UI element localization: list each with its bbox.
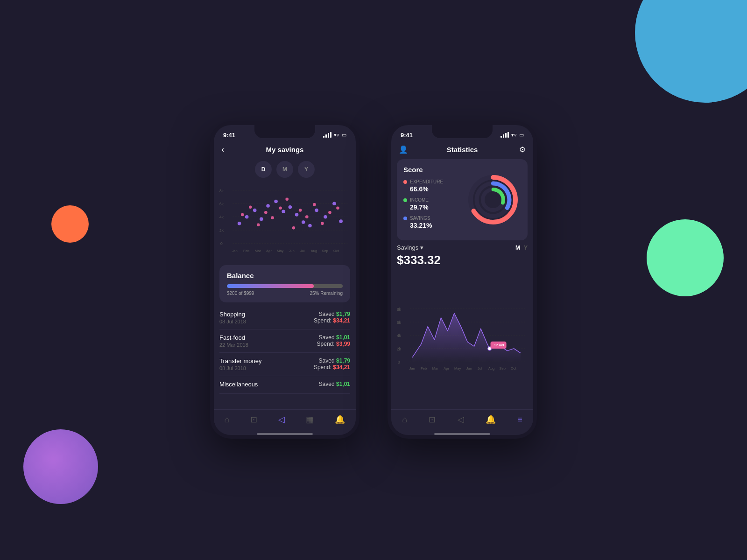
period-tab-d[interactable]: D xyxy=(255,161,272,178)
svg-point-44 xyxy=(305,215,309,218)
txn-left-0: Shopping 08 Jul 2018 xyxy=(219,311,246,324)
svg-point-25 xyxy=(274,200,278,203)
nav-wallet-1[interactable]: ⊡ xyxy=(250,414,257,425)
txn-saved-2: Saved $1,79 xyxy=(314,357,350,364)
svg-point-47 xyxy=(328,211,331,214)
txn-right-3: Saved $1,01 xyxy=(319,381,350,387)
svg-text:Mar: Mar xyxy=(432,366,438,371)
txn-name-2: Transfer money xyxy=(219,357,262,364)
transaction-item-3[interactable]: Miscellaneous Saved $1,01 xyxy=(219,376,350,394)
nav-bell-2[interactable]: 🔔 xyxy=(486,414,496,425)
user-icon[interactable]: 👤 xyxy=(399,145,408,154)
svg-text:0: 0 xyxy=(398,360,400,364)
home-indicator-1 xyxy=(257,433,313,435)
score-title: Score xyxy=(403,166,459,174)
svg-text:Jul: Jul xyxy=(300,249,305,253)
legend-income: INCOME 29.7% xyxy=(403,197,459,211)
phone-savings: 9:41 ▾▿ ▭ ‹ My savings xyxy=(210,121,359,439)
donut-svg xyxy=(465,172,521,228)
txn-name-1: Fast-food xyxy=(219,334,248,341)
nav-send-2[interactable]: ◁ xyxy=(458,414,464,425)
svg-point-24 xyxy=(266,204,270,208)
svg-point-39 xyxy=(271,216,274,219)
svg-text:Jun: Jun xyxy=(466,366,472,371)
expenditure-value: 66.6% xyxy=(403,185,459,193)
svg-text:2k: 2k xyxy=(397,347,402,351)
nav-home-2[interactable]: ⌂ xyxy=(402,415,407,425)
nav-bell-1[interactable]: 🔔 xyxy=(335,414,345,425)
transaction-item-1[interactable]: Fast-food 22 Mar 2018 Saved $1,01 Spend:… xyxy=(219,329,350,353)
transactions-list: Shopping 08 Jul 2018 Saved $1,79 Spend: … xyxy=(214,304,356,409)
period-tab-y[interactable]: Y xyxy=(298,161,315,178)
txn-saved-val-3: $1,01 xyxy=(336,381,350,387)
txn-right-2: Saved $1,79 Spend: $34,21 xyxy=(314,357,350,371)
svg-text:Jan: Jan xyxy=(232,249,237,253)
svg-point-41 xyxy=(285,198,289,201)
txn-name-3: Miscellaneous xyxy=(219,381,258,388)
nav-stats-1[interactable]: ▦ xyxy=(306,414,314,425)
balance-info: $200 of $999 25% Remaining xyxy=(227,291,343,296)
svg-text:Aug: Aug xyxy=(311,249,317,253)
svg-point-20 xyxy=(238,222,241,225)
txn-spend-0: Spend: $34,21 xyxy=(314,317,350,324)
savings-value: 33.21% xyxy=(403,222,459,229)
svg-point-22 xyxy=(253,209,257,212)
svg-point-48 xyxy=(336,206,339,210)
status-time-1: 9:41 xyxy=(223,132,235,139)
nav-wallet-2[interactable]: ⊡ xyxy=(429,414,436,425)
scatter-chart-svg: 8k 6k 4k 2k 0 Jan Feb Mar Apr May Jun Ju… xyxy=(219,183,350,261)
balance-remaining: 25% Remaining xyxy=(310,291,343,296)
svg-point-23 xyxy=(260,217,263,221)
svg-text:Feb: Feb xyxy=(243,249,249,253)
txn-left-3: Miscellaneous xyxy=(219,381,258,389)
balance-spent: $200 of $999 xyxy=(227,291,254,296)
savings-dropdown[interactable]: Savings ▾ xyxy=(397,244,423,251)
svg-point-31 xyxy=(315,209,318,212)
savings-tab-m[interactable]: M xyxy=(515,245,520,251)
nav-send-1[interactable]: ◁ xyxy=(278,414,285,425)
battery-icon-2: ▭ xyxy=(519,132,524,138)
txn-saved-val-1: $1,01 xyxy=(336,334,350,341)
svg-text:Oct: Oct xyxy=(333,249,339,253)
screen-savings: ‹ My savings D M Y xyxy=(214,142,356,435)
svg-point-46 xyxy=(321,222,324,225)
transaction-item-0[interactable]: Shopping 08 Jul 2018 Saved $1,79 Spend: … xyxy=(219,306,350,329)
battery-icon-1: ▭ xyxy=(342,132,346,138)
svg-point-45 xyxy=(313,203,316,206)
txn-left-1: Fast-food 22 Mar 2018 xyxy=(219,334,248,348)
savings-header: Savings ▾ M Y xyxy=(397,244,528,251)
svg-point-28 xyxy=(295,213,299,217)
nav-menu-2[interactable]: ≡ xyxy=(517,415,522,425)
txn-spend-1: Spend: $3,99 xyxy=(317,341,350,347)
donut-chart xyxy=(465,172,521,228)
bottom-nav-2: ⌂ ⊡ ◁ 🔔 ≡ xyxy=(391,409,533,431)
settings-icon[interactable]: ⚙ xyxy=(519,145,526,154)
svg-point-29 xyxy=(302,220,305,224)
svg-text:Jun: Jun xyxy=(289,249,295,253)
savings-amount: $333.32 xyxy=(397,253,528,267)
line-chart: 8k 6k 4k 2k 0 Jan Feb Mar Apr May Jun xyxy=(397,270,528,409)
svg-text:6k: 6k xyxy=(219,202,224,206)
score-card: Score EXPENDITURE 66.6% INCOME xyxy=(397,159,528,240)
screen-stats: 👤 Statistics ⚙ Score EXPENDITURE 66.6% xyxy=(391,142,533,435)
nav-home-1[interactable]: ⌂ xyxy=(225,415,230,425)
txn-spend-val-0: $34,21 xyxy=(333,317,350,324)
svg-text:Mar: Mar xyxy=(255,249,261,253)
period-tab-m[interactable]: M xyxy=(276,161,293,178)
deco-circle-purple xyxy=(23,429,98,504)
scatter-chart: 8k 6k 4k 2k 0 Jan Feb Mar Apr May Jun Ju… xyxy=(214,182,356,263)
savings-tab-y[interactable]: Y xyxy=(524,245,528,251)
expenditure-dot xyxy=(403,180,407,184)
status-icons-1: ▾▿ ▭ xyxy=(323,132,346,138)
back-button[interactable]: ‹ xyxy=(221,145,224,154)
txn-saved-val-2: $1,79 xyxy=(336,357,350,364)
signal-icon-2 xyxy=(500,132,509,138)
income-dot xyxy=(403,198,407,202)
txn-date-2: 08 Jul 2018 xyxy=(219,365,262,371)
svg-text:8k: 8k xyxy=(219,189,224,193)
nav-header-1: ‹ My savings xyxy=(214,142,356,157)
svg-text:17 oct: 17 oct xyxy=(494,343,504,347)
notch-1 xyxy=(254,125,315,138)
transaction-item-2[interactable]: Transfer money 08 Jul 2018 Saved $1,79 S… xyxy=(219,353,350,376)
deco-circle-orange xyxy=(51,205,89,243)
